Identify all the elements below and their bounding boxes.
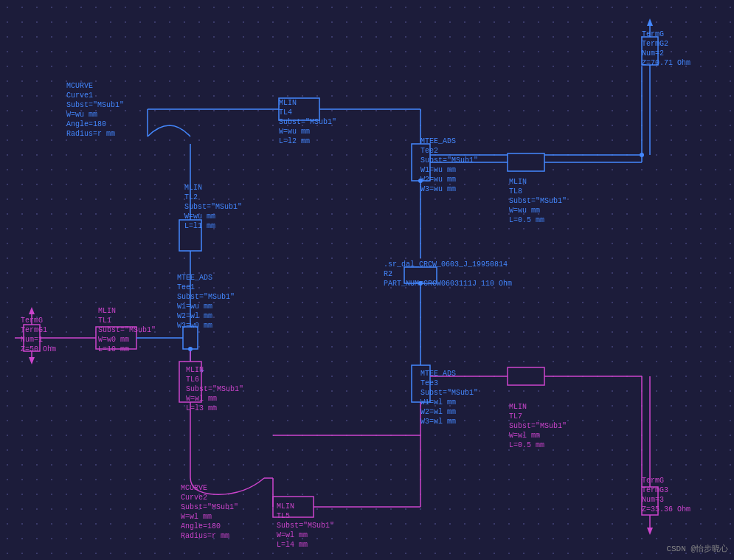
- termg1-label: TermGTermG1Num=1Z=50 Ohm: [21, 316, 56, 354]
- svg-rect-20: [508, 153, 544, 171]
- mlin-tl6-label: MLINTL6Subst="MSub1"W=wl mmL=l3 mm: [186, 365, 243, 413]
- mcurve2-label: MCURVECurve2Subst="MSub1"W=wl mmAngle=18…: [181, 483, 238, 541]
- svg-marker-48: [647, 528, 653, 535]
- r2-label: .sr_dal_CRCW_0603_J_19950814R2PART_NUM=C…: [384, 260, 512, 288]
- svg-point-52: [640, 153, 644, 157]
- mlin-tl5-label: MLINTL5Subst="MSub1"W=wl mmL=l4 mm: [277, 502, 334, 550]
- mlin-tl4-label: MLINTL4Subst="MSub1"W=wu mmL=l2 mm: [279, 98, 336, 146]
- svg-marker-57: [29, 357, 35, 364]
- termg2-label: TermGTermG2Num=2Z=70.71 Ohm: [642, 30, 690, 68]
- watermark: CSDN @怡步晓心: [666, 543, 728, 554]
- schematic-canvas: .wire-blue { stroke: #4488ff; stroke-wid…: [0, 0, 734, 560]
- svg-point-51: [188, 347, 193, 351]
- termg3-label: TermGTermG3Num=3Z=35.36 Ohm: [642, 476, 690, 514]
- mtee-tee3-label: MTEE_ADSTee3Subst="MSub1"W1=wl mmW2=wl m…: [420, 369, 478, 426]
- mlin-tl8-label: MLINTL8Subst="MSub1"W=wu mmL=0.5 mm: [509, 177, 567, 225]
- mlin-tl7-label: MLINTL7Subst="MSub1"W=wl mmL=0.5 mm: [509, 402, 567, 450]
- svg-rect-27: [508, 367, 544, 385]
- mlin-tl1-label: MLINTL1Subst="MSub1"W=w0 mmL=10 mm: [98, 306, 156, 354]
- svg-marker-44: [647, 18, 653, 26]
- svg-marker-55: [29, 307, 35, 314]
- mcurve1-label: MCURVECurve1Subst="MSub1"W=wu mmAngle=18…: [66, 81, 124, 139]
- mtee-tee2-label: MTEE_ADSTee2Subst="MSub1"W1=wu mmW2=wu m…: [420, 136, 478, 194]
- mtee-tee1-label: MTEE_ADSTee1Subst="MSub1"W1=wu mmW2=wl m…: [177, 273, 235, 331]
- mlin-tl2-label: MLINTL2Subst="MSub1"W=wu mmL=l1 mm: [184, 183, 242, 231]
